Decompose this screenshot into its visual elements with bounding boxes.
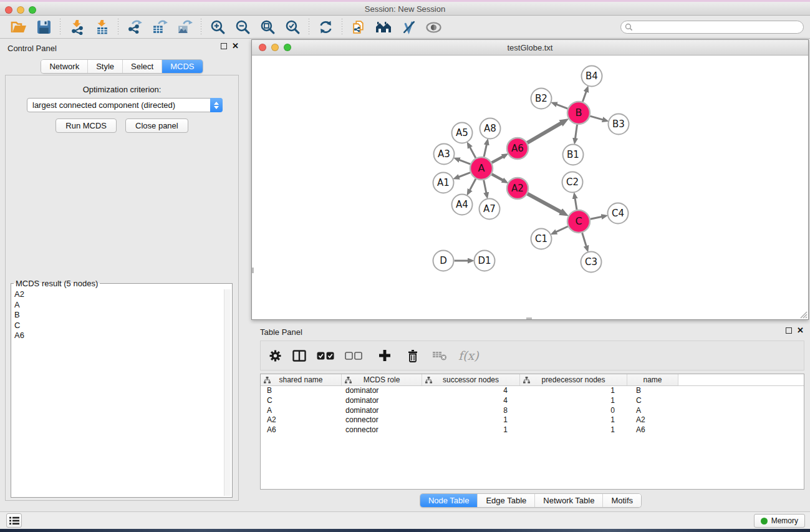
zoom-in-button[interactable] (205, 18, 230, 37)
table-cell[interactable]: connector (342, 425, 422, 435)
graph-node-B1[interactable]: B1 (563, 145, 584, 165)
tab-motifs[interactable]: Motifs (602, 494, 641, 507)
column-header-successor-nodes[interactable]: successor nodes (422, 374, 520, 385)
search-input[interactable] (633, 22, 803, 32)
table-cell[interactable]: 1 (422, 415, 520, 425)
graph-node-C3[interactable]: C3 (581, 252, 602, 273)
mcds-result-item[interactable]: A6 (12, 331, 223, 341)
close-panel-icon[interactable]: ✕ (232, 43, 239, 49)
home-button[interactable] (371, 18, 396, 37)
tab-edge-table[interactable]: Edge Table (477, 494, 534, 507)
table-cell[interactable]: connector (342, 415, 422, 425)
table-cell[interactable]: 8 (422, 406, 520, 416)
mcds-result-item[interactable]: A (12, 300, 223, 311)
graph-edge-A-A8[interactable] (484, 144, 487, 157)
graph-edge-A2-C[interactable] (528, 194, 562, 213)
graph-node-A[interactable]: A (470, 157, 493, 180)
graph-edge-A-A6[interactable] (492, 157, 504, 163)
tab-network-table[interactable]: Network Table (534, 494, 602, 507)
mcds-result-item[interactable]: A2 (12, 289, 223, 300)
column-header-shared-name[interactable]: shared name (261, 374, 342, 385)
column-header-mcds-role[interactable]: MCDS role (342, 374, 422, 385)
select-all-columns-button[interactable] (314, 346, 337, 365)
graph-node-B3[interactable]: B3 (609, 114, 629, 135)
memory-button[interactable]: Memory (754, 514, 805, 528)
table-columns-button[interactable] (290, 346, 309, 365)
column-header-predecessor-nodes[interactable]: predecessor nodes (520, 374, 627, 385)
delete-column-button[interactable] (403, 346, 422, 365)
table-cell[interactable]: C (261, 396, 342, 406)
float-table-panel-icon[interactable] (786, 327, 792, 334)
delete-table-button[interactable] (430, 346, 449, 365)
run-mcds-button[interactable]: Run MCDS (55, 118, 117, 133)
tab-node-table[interactable]: Node Table (420, 494, 478, 507)
graph-node-A1[interactable]: A1 (433, 173, 454, 193)
network-canvas[interactable]: B4B2BB3A5A8A6A3B1AA1C2A2A4A7C4CC1C3DD1 (252, 56, 808, 319)
graph-node-A7[interactable]: A7 (480, 199, 500, 220)
create-column-button[interactable] (375, 346, 394, 365)
show-panel-list-button[interactable] (6, 513, 22, 528)
graph-edge-C-C1[interactable] (556, 226, 568, 232)
graph-edge-C-C2[interactable] (575, 198, 577, 210)
graph-node-B[interactable]: B (567, 102, 590, 124)
table-row[interactable]: A6connector11A6 (261, 425, 804, 435)
zoom-out-button[interactable] (230, 18, 255, 37)
hide-graphics-details-button[interactable] (396, 18, 421, 37)
show-hide-panels-button[interactable] (421, 18, 446, 37)
table-cell[interactable]: 1 (520, 425, 627, 435)
tab-style[interactable]: Style (87, 60, 122, 73)
table-cell[interactable]: 1 (520, 386, 627, 396)
function-builder-icon[interactable]: f(x) (458, 349, 479, 362)
export-table-button[interactable] (147, 18, 172, 37)
export-image-button[interactable] (172, 18, 197, 37)
graph-node-D1[interactable]: D1 (475, 251, 495, 271)
graph-edge-B-B2[interactable] (556, 104, 568, 109)
table-cell[interactable]: 1 (520, 415, 627, 425)
table-row[interactable]: Bdominator41B (261, 386, 804, 396)
graph-node-A3[interactable]: A3 (434, 144, 455, 165)
graph-node-D[interactable]: D (433, 251, 454, 271)
graph-edge-A-A2[interactable] (492, 174, 504, 180)
tab-select[interactable]: Select (122, 60, 162, 73)
table-cell[interactable]: 0 (520, 406, 627, 416)
table-cell[interactable]: dominator (342, 396, 422, 406)
network-from-selection-button[interactable] (346, 18, 371, 37)
graph-edge-C-C3[interactable] (582, 233, 587, 246)
table-cell[interactable]: A2 (261, 415, 342, 425)
table-cell[interactable]: C (627, 396, 678, 406)
table-settings-button[interactable] (266, 346, 284, 365)
import-table-button[interactable] (89, 18, 114, 37)
tab-network[interactable]: Network (41, 60, 87, 73)
table-cell[interactable]: 1 (422, 425, 520, 435)
column-header-name[interactable]: name (627, 374, 678, 385)
mcds-result-item[interactable]: B (12, 310, 223, 321)
graph-node-C2[interactable]: C2 (562, 172, 583, 193)
canvas-vscroll-mark[interactable] (252, 268, 254, 273)
table-cell[interactable]: A (261, 406, 342, 416)
graph-edge-A-A1[interactable] (458, 173, 470, 177)
graph-node-A5[interactable]: A5 (452, 123, 473, 143)
tab-mcds[interactable]: MCDS (162, 60, 202, 73)
graph-node-A6[interactable]: A6 (507, 138, 528, 159)
graph-node-C1[interactable]: C1 (531, 229, 552, 249)
table-row[interactable]: Adominator80A (261, 406, 804, 416)
table-cell[interactable]: 4 (422, 386, 520, 396)
open-session-button[interactable] (6, 18, 31, 37)
graph-edge-B-B4[interactable] (582, 91, 586, 102)
close-table-panel-icon[interactable]: ✕ (797, 327, 804, 334)
graph-edge-A-A5[interactable] (470, 147, 476, 158)
float-panel-icon[interactable] (221, 43, 227, 49)
graph-edge-B-B1[interactable] (575, 125, 577, 139)
graph-node-B2[interactable]: B2 (531, 89, 552, 109)
save-session-button[interactable] (31, 18, 56, 37)
table-cell[interactable]: A6 (627, 425, 678, 435)
graph-edge-A-A4[interactable] (470, 179, 476, 191)
graph-edge-A-A7[interactable] (484, 180, 486, 193)
graph-node-C[interactable]: C (567, 210, 590, 233)
criterion-dropdown[interactable]: largest connected component (directed) (27, 98, 223, 112)
resize-grip-icon[interactable] (799, 310, 808, 319)
graph-edge-A6-B[interactable] (528, 123, 562, 143)
table-row[interactable]: A2connector11A2 (261, 415, 804, 425)
result-scrollbar[interactable] (224, 289, 231, 496)
table-cell[interactable]: 4 (422, 396, 520, 406)
